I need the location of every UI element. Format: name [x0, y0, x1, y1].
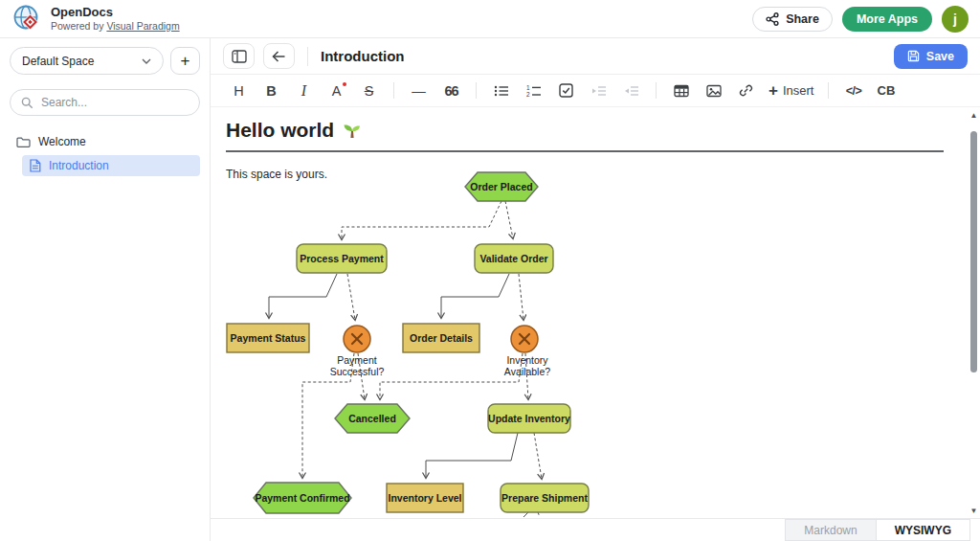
app-logo: OpenDocs Powered by Visual Paradigm [13, 5, 180, 34]
italic-button[interactable]: I [291, 79, 317, 102]
task-list-button[interactable] [553, 79, 579, 102]
share-button[interactable]: Share [752, 7, 833, 32]
flow-connector [519, 274, 523, 320]
document-header: Introduction Save [211, 38, 980, 75]
space-selector[interactable]: Default Space [10, 47, 164, 75]
toolbar-divider [393, 82, 394, 99]
image-button[interactable] [701, 79, 726, 102]
horizontal-rule-button[interactable]: — [406, 79, 432, 102]
flow-connector [380, 353, 523, 399]
node-update-inventory[interactable]: Update Inventory [488, 404, 570, 433]
heading-button[interactable]: H [226, 79, 252, 102]
node-payment-status[interactable]: Payment Status [227, 324, 309, 352]
node-inventory-gateway[interactable] [511, 326, 538, 352]
topbar-actions: Share More Apps j [752, 6, 969, 33]
scrollbar-up-arrow[interactable]: ▲ [969, 112, 978, 120]
status-bar: Markdown WYSIWYG [211, 518, 980, 541]
link-button[interactable] [733, 79, 759, 102]
bullet-list-icon [494, 84, 509, 98]
share-icon [766, 12, 779, 26]
main-panel: Introduction Save H B I [211, 38, 980, 541]
flow-connector [534, 433, 542, 479]
bold-button[interactable]: B [258, 79, 284, 102]
node-label: Process Payment [300, 253, 384, 264]
insert-button[interactable]: + Insert [766, 79, 816, 102]
node-process-payment[interactable]: Process Payment [297, 244, 387, 273]
save-icon [907, 50, 920, 62]
node-label: Update Inventory [488, 413, 570, 424]
editor-scrollbar[interactable]: ▲ ▼ [968, 107, 980, 518]
flow-connector [342, 201, 501, 239]
page-tree: Welcome Introduction [10, 131, 200, 176]
flow-connector [523, 512, 528, 517]
text-color-button[interactable]: A [323, 79, 349, 102]
toggle-sidebar-button[interactable] [223, 43, 255, 69]
gateway-question-label: Successful? [330, 366, 385, 377]
node-cancelled[interactable]: Cancelled [335, 404, 410, 433]
node-payment-gateway[interactable] [344, 326, 370, 352]
indent-button[interactable] [586, 79, 612, 102]
flow-connector [426, 433, 518, 478]
arrow-left-icon [272, 51, 286, 62]
back-button[interactable] [263, 43, 295, 69]
powered-by-text: Powered by Visual Paradigm [51, 20, 180, 33]
sidebar: Default Space + [0, 38, 211, 541]
flow-connector [538, 512, 540, 517]
gateway-question-label: Inventory [506, 354, 548, 366]
node-label: Order Placed [470, 181, 532, 192]
node-label: Prepare Shipment [501, 492, 588, 504]
svg-text:1: 1 [526, 84, 530, 91]
search-input[interactable] [41, 96, 175, 109]
node-order-details[interactable]: Order Details [403, 324, 479, 352]
blockquote-button[interactable]: 66 [438, 79, 464, 102]
node-label: Payment Status [231, 332, 306, 344]
gateway-question-label: Payment [337, 354, 377, 366]
scrollbar-thumb[interactable] [970, 131, 977, 372]
node-payment-confirmed[interactable]: Payment Confirmed [254, 483, 351, 513]
flow-connector [505, 201, 513, 238]
node-order-placed[interactable]: Order Placed [465, 172, 538, 201]
inline-code-button[interactable]: </> [840, 79, 866, 102]
scrollbar-down-arrow[interactable]: ▼ [969, 507, 978, 515]
indent-icon [591, 84, 607, 98]
search-icon [21, 97, 33, 109]
node-label: Cancelled [348, 413, 396, 424]
editor-canvas[interactable]: Hello world This space is yours. [211, 107, 980, 518]
flow-connector [347, 274, 355, 320]
tree-page-introduction[interactable]: Introduction [22, 155, 200, 176]
tab-wysiwyg[interactable]: WYSIWYG [876, 519, 970, 541]
app-window: OpenDocs Powered by Visual Paradigm [0, 0, 980, 541]
search-box[interactable] [10, 89, 200, 116]
opendocs-logo-icon [13, 5, 42, 34]
checkbox-icon [559, 83, 573, 98]
toolbar-divider [656, 82, 657, 99]
code-block-button[interactable]: CB [873, 79, 899, 102]
node-prepare-shipment[interactable]: Prepare Shipment [501, 484, 589, 512]
tab-markdown[interactable]: Markdown [785, 519, 875, 541]
bullet-list-button[interactable] [488, 79, 514, 102]
node-label: Validate Order [479, 253, 547, 264]
flow-connector [441, 274, 509, 318]
page-title: Introduction [321, 48, 404, 64]
plus-icon: + [768, 82, 778, 99]
numbered-list-icon: 1 2 [526, 84, 542, 98]
svg-text:2: 2 [526, 91, 530, 98]
save-button[interactable]: Save [894, 44, 968, 69]
node-label: Inventory Level [388, 492, 461, 504]
app-title: OpenDocs [51, 5, 180, 20]
numbered-list-button[interactable]: 1 2 [521, 79, 546, 102]
user-avatar[interactable]: j [942, 6, 969, 33]
visual-paradigm-link[interactable]: Visual Paradigm [106, 20, 179, 32]
add-space-button[interactable]: + [170, 47, 200, 75]
node-validate-order[interactable]: Validate Order [475, 244, 553, 273]
flowchart-diagram[interactable]: Order PlacedProcess PaymentValidate Orde… [211, 107, 970, 517]
node-inventory-level[interactable]: Inventory Level [387, 484, 463, 512]
strikethrough-button[interactable]: S [356, 79, 382, 102]
toolbar-divider [476, 82, 477, 99]
color-dot [343, 82, 346, 86]
tree-folder-welcome[interactable]: Welcome [10, 131, 200, 152]
document-icon [29, 159, 41, 172]
more-apps-button[interactable]: More Apps [842, 7, 932, 32]
outdent-button[interactable] [618, 79, 644, 102]
table-button[interactable] [668, 79, 694, 102]
